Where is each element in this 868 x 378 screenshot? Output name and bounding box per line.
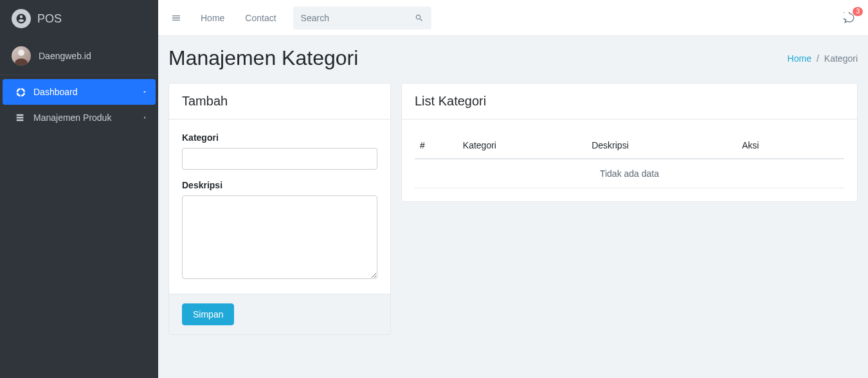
card-header-list: List Kategori: [402, 84, 857, 120]
col-deskripsi: Deskripsi: [586, 132, 737, 159]
user-row[interactable]: Daengweb.id: [0, 37, 158, 75]
topnav-home[interactable]: Home: [197, 13, 228, 23]
server-icon: [14, 113, 26, 123]
col-kategori: Kategori: [458, 132, 586, 159]
topnav-contact[interactable]: Contact: [241, 13, 280, 23]
page-header: Manajemen Kategori Home / Kategori: [168, 46, 858, 70]
notif-badge: 3: [853, 7, 863, 16]
kategori-input[interactable]: [182, 148, 377, 170]
save-button[interactable]: Simpan: [182, 303, 234, 325]
hamburger-icon[interactable]: [168, 10, 184, 26]
avatar: [12, 46, 31, 66]
sidebar-item-manajemen-produk[interactable]: Manajemen Produk: [3, 105, 156, 130]
card-header-add: Tambah: [169, 84, 390, 120]
category-table: # Kategori Deskripsi Aksi Tidak ada data: [415, 132, 844, 188]
search-input[interactable]: [301, 13, 415, 23]
breadcrumb: Home / Kategori: [788, 53, 858, 64]
topbar: Home Contact 3: [158, 0, 868, 36]
add-category-card: Tambah Kategori Deskripsi: [168, 83, 391, 335]
breadcrumb-current: Kategori: [824, 53, 858, 64]
chevron-left-icon: [141, 114, 148, 121]
sidebar: POS Daengweb.id Dashboard Manajemen Prod…: [0, 0, 158, 378]
chevron-down-icon: [141, 89, 148, 95]
col-aksi: Aksi: [737, 132, 844, 159]
chat-icon[interactable]: 3: [841, 10, 858, 26]
col-index: #: [415, 132, 458, 159]
sidebar-item-dashboard[interactable]: Dashboard: [3, 79, 156, 105]
sidebar-item-label: Manajemen Produk: [33, 113, 111, 123]
search-icon[interactable]: [415, 14, 424, 22]
table-row-empty: Tidak ada data: [415, 159, 844, 188]
deskripsi-textarea[interactable]: [182, 195, 377, 279]
breadcrumb-home[interactable]: Home: [788, 53, 811, 64]
kategori-label: Kategori: [182, 132, 377, 143]
user-name: Daengweb.id: [39, 51, 91, 61]
search-wrap: [293, 6, 431, 30]
sidebar-nav: Dashboard Manajemen Produk: [0, 75, 158, 130]
deskripsi-label: Deskripsi: [182, 180, 377, 190]
list-category-card: List Kategori # Kategori Deskripsi Aksi: [401, 83, 858, 202]
page-title: Manajemen Kategori: [168, 46, 358, 70]
brand-logo-icon: [12, 9, 31, 28]
content: Manajemen Kategori Home / Kategori Tamba…: [158, 36, 868, 356]
sidebar-item-label: Dashboard: [33, 87, 78, 97]
brand-name: POS: [37, 12, 62, 26]
breadcrumb-separator: /: [817, 53, 819, 64]
main: Home Contact 3 Manajemen Kategori Home: [158, 0, 868, 378]
brand[interactable]: POS: [0, 0, 158, 37]
empty-state-text: Tidak ada data: [415, 159, 844, 188]
dashboard-icon: [14, 87, 26, 97]
